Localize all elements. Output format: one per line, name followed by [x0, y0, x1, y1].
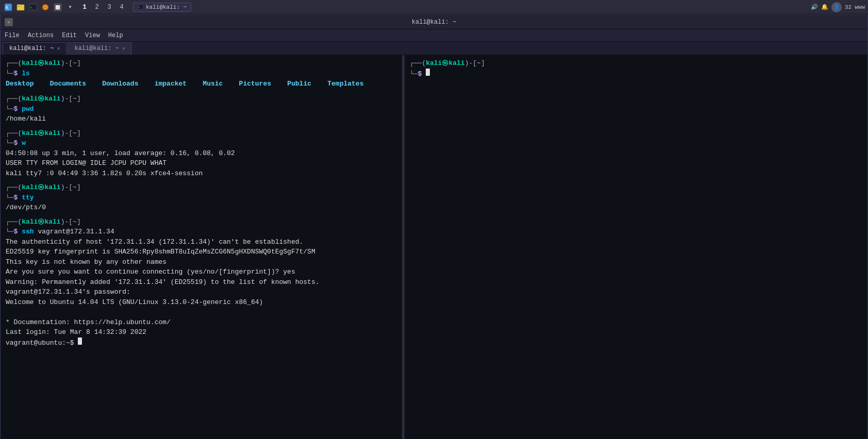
cmd-ssh-line: └─$ ssh vagrant@172.31.1.34: [6, 227, 397, 237]
dir-templates: Templates: [327, 80, 363, 88]
menu-edit[interactable]: Edit: [62, 32, 77, 39]
firefox-icon[interactable]: [40, 2, 51, 12]
menu-bar: File Actions Edit View Help: [1, 29, 867, 42]
prompt-pwd-header: ┌──(kali㉿kali)-[~]: [6, 94, 397, 104]
svg-rect-4: [17, 5, 20, 6]
ssh-output-4: Are you sure you want to continue connec…: [6, 267, 397, 277]
workspace-1[interactable]: 1: [79, 2, 90, 12]
pane-right[interactable]: ┌──(kali㉿kali)-[~] └─$: [405, 55, 867, 439]
prompt-tty-header: ┌──(kali㉿kali)-[~]: [6, 182, 397, 193]
terminal-icon[interactable]: >_: [28, 2, 38, 12]
cmd-pwd-line: └─$ pwd: [6, 104, 397, 114]
menu-help[interactable]: Help: [108, 32, 123, 39]
user-label: www: [855, 4, 865, 10]
cursor-left: [78, 337, 82, 345]
ssh-output-7: Welcome to Ubuntu 14.04 LTS (GNU/Linux 3…: [6, 297, 397, 308]
ssh-output-6: vagrant@172.31.1.34's password:: [6, 287, 397, 297]
svg-point-9: [44, 6, 46, 8]
tab-2-label: kali@kali: ~: [74, 45, 119, 52]
workspace-2[interactable]: 2: [92, 2, 102, 12]
menu-actions[interactable]: Actions: [28, 32, 54, 39]
screenshot-icon[interactable]: ⬜: [53, 2, 63, 12]
svg-text:K: K: [6, 5, 9, 10]
clock: 32: [845, 4, 852, 10]
window-close-button[interactable]: ✕: [5, 18, 13, 26]
window-task-button[interactable]: >_ kali@kali: ~: [133, 3, 191, 12]
ssh-output-2: ED25519 key fingerprint is SHA256:Rpy8sh…: [6, 247, 397, 257]
prompt-w-group: ┌──(kali㉿kali)-[~] └─$ w 04:50:08 up 3 m…: [6, 128, 397, 179]
user-avatar[interactable]: 👤: [831, 2, 842, 12]
cmd-ls-line: └─$ ls: [6, 69, 397, 79]
workspace-3[interactable]: 3: [104, 2, 114, 12]
ssh-output-9: Last login: Tue Mar 8 14:32:39 2022: [6, 327, 397, 337]
title-bar: ✕ kali@kali: ~: [1, 15, 867, 29]
prompt-ssh-group: ┌──(kali㉿kali)-[~] └─$ ssh vagrant@172.3…: [6, 217, 397, 348]
tab-1-close[interactable]: ✕: [57, 45, 60, 52]
tty-output: /dev/pts/0: [6, 202, 397, 213]
ssh-output-5: Warning: Permanently added '172.31.1.34'…: [6, 277, 397, 288]
prompt-pwd-group: ┌──(kali㉿kali)-[~] └─$ pwd /home/kali: [6, 94, 397, 124]
ssh-output-blank: [6, 307, 397, 317]
dir-public: Public: [287, 80, 311, 88]
vagrant-prompt: vagrant@ubuntu:~$: [6, 337, 397, 348]
cursor-right: [426, 69, 430, 76]
taskbar: K >_: [0, 0, 868, 14]
prompt-right-dollar: └─$: [410, 69, 862, 79]
notification-icon[interactable]: 🔔: [821, 4, 828, 10]
svg-text:>_: >_: [30, 6, 35, 10]
w-output-3: kali tty7 :0 04:49 3:36 1.82s 0.20s xfce…: [6, 168, 397, 179]
terminal-task-icon: >_: [138, 4, 144, 10]
tabs-bar: kali@kali: ~ ✕ kali@kali: ~ ✕: [1, 42, 867, 55]
w-output-2: USER TTY FROM LOGIN@ IDLE JCPU PCPU WHAT: [6, 158, 397, 168]
prompt-w-header: ┌──(kali㉿kali)-[~]: [6, 128, 397, 139]
prompt-right-header: ┌──(kali㉿kali)-[~]: [410, 58, 862, 69]
tab-1-label: kali@kali: ~: [9, 45, 54, 52]
ls-output: Desktop Documents Downloads impacket Mus…: [6, 78, 397, 90]
terminal-window: ✕ kali@kali: ~ File Actions Edit View He…: [0, 14, 868, 439]
ssh-output-8: * Documentation: https://help.ubuntu.com…: [6, 317, 397, 328]
panes-container: ┌──(kali㉿kali)-[~] └─$ ls Desktop Docume…: [1, 55, 867, 439]
window-task-label: kali@kali: ~: [146, 4, 187, 10]
taskbar-workspace-numbers: 1 2 3 4: [79, 2, 127, 12]
svg-text:>_: >_: [139, 6, 142, 9]
ssh-output-1: The authenticity of host '172.31.1.34 (1…: [6, 237, 397, 247]
tab-1[interactable]: kali@kali: ~ ✕: [3, 42, 66, 55]
w-output-1: 04:50:08 up 3 min, 1 user, load average:…: [6, 148, 397, 159]
menu-view[interactable]: View: [85, 32, 100, 39]
dir-impacket: impacket: [155, 80, 187, 88]
dir-pictures: Pictures: [239, 80, 271, 88]
app-icon[interactable]: K: [3, 2, 13, 12]
file-manager-icon[interactable]: [15, 2, 26, 12]
dir-desktop: Desktop: [6, 80, 34, 88]
taskbar-icons: K >_: [3, 2, 75, 12]
pane-left[interactable]: ┌──(kali㉿kali)-[~] └─$ ls Desktop Docume…: [1, 55, 403, 439]
menu-file[interactable]: File: [5, 32, 20, 39]
cmd-w-line: └─$ w: [6, 138, 397, 148]
ssh-output-3: This key is not known by any other names: [6, 257, 397, 267]
svg-text:⬜: ⬜: [55, 5, 60, 10]
cmd-tty-line: └─$ tty: [6, 193, 397, 203]
tab-2[interactable]: kali@kali: ~ ✕: [68, 42, 131, 55]
prompt-tty-group: ┌──(kali㉿kali)-[~] └─$ tty /dev/pts/0: [6, 182, 397, 213]
workspace-4[interactable]: 4: [116, 2, 127, 12]
prompt-ssh-header: ┌──(kali㉿kali)-[~]: [6, 217, 397, 227]
svg-rect-3: [17, 6, 20, 7]
pwd-output: /home/kali: [6, 114, 397, 124]
dir-downloads: Downloads: [102, 80, 138, 88]
window-title: kali@kali: ~: [412, 19, 456, 26]
prompt-ls: ┌──(kali㉿kali)-[~]: [6, 58, 397, 69]
tab-2-close[interactable]: ✕: [122, 45, 125, 52]
dir-documents: Documents: [50, 80, 86, 88]
taskbar-dropdown-arrow[interactable]: ▾: [65, 2, 75, 12]
speaker-icon[interactable]: 🔊: [811, 4, 818, 10]
dir-music: Music: [203, 80, 223, 88]
taskbar-right: 🔊 🔔 👤 32 www: [811, 2, 865, 12]
